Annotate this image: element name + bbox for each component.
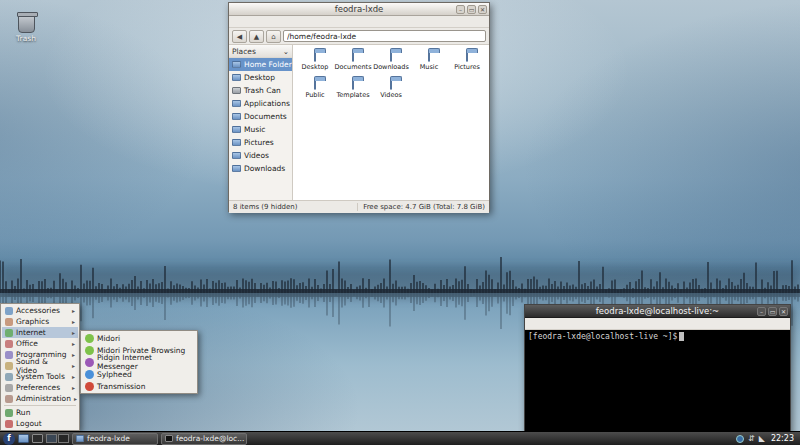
sidebar-place[interactable]: Downloads xyxy=(229,162,292,175)
sidebar-place[interactable]: Documents xyxy=(229,110,292,123)
submenu-arrow-icon: ▸ xyxy=(72,384,75,391)
folder[interactable]: Documents xyxy=(334,52,372,71)
sidebar-place[interactable]: Desktop xyxy=(229,71,292,84)
file-manager-toolbar: ◀ ▲ ⌂ xyxy=(229,28,489,45)
place-folder-icon xyxy=(232,74,241,81)
terminal-screen[interactable]: [feodra-lxde@localhost-live ~]$ xyxy=(525,330,790,439)
file-manager-window: feodra-lxde – ▭ ✕ ◀ ▲ ⌂ Places ⌄ Home Fo… xyxy=(228,2,490,212)
folder[interactable]: Music xyxy=(410,52,448,71)
workspace-1[interactable] xyxy=(46,434,57,443)
place-folder-icon xyxy=(232,87,241,94)
task-button[interactable]: feodra-lxde@loc... xyxy=(161,433,247,445)
folder[interactable]: Desktop xyxy=(296,52,334,71)
back-icon[interactable]: ◀ xyxy=(232,30,247,43)
submenu-arrow-icon: ▸ xyxy=(72,340,75,347)
app-menu-item[interactable]: Graphics ▸ xyxy=(2,316,78,327)
terminal-titlebar[interactable]: feodra-lxde@localhost-live:~ – ▭ ✕ xyxy=(525,305,790,318)
place-label: Pictures xyxy=(244,138,274,147)
folder-icon xyxy=(314,79,316,90)
close-button[interactable]: ✕ xyxy=(478,5,487,14)
trash-label: Trash xyxy=(6,34,46,43)
clock[interactable]: 22:23 xyxy=(771,434,794,443)
category-icon xyxy=(5,395,13,403)
maximize-button[interactable]: ▭ xyxy=(467,5,476,14)
up-icon[interactable]: ▲ xyxy=(249,30,264,43)
home-icon[interactable]: ⌂ xyxy=(266,30,281,43)
category-label: Administration xyxy=(16,394,71,403)
menu-separator xyxy=(4,405,76,406)
app-menu-item[interactable]: Logout ▸ xyxy=(2,418,78,429)
task-list: feodra-lxde feodra-lxde@loc... xyxy=(72,433,247,445)
app-menu-item[interactable]: Sound & Video ▸ xyxy=(2,360,78,371)
volume-icon[interactable]: ◣ xyxy=(759,434,765,443)
app-menu-item[interactable]: Run ▸ xyxy=(2,407,78,418)
terminal-menubar xyxy=(525,318,790,330)
category-label: Accessories xyxy=(16,306,60,315)
task-label: feodra-lxde@loc... xyxy=(176,434,244,443)
folder[interactable]: Public xyxy=(296,80,334,99)
place-folder-icon xyxy=(232,126,241,133)
folder-label: Music xyxy=(410,63,448,71)
places-selector[interactable]: Places ⌄ xyxy=(229,45,292,58)
place-folder-icon xyxy=(232,100,241,107)
treeline xyxy=(0,253,800,293)
app-menu-item[interactable]: Internet ▸ xyxy=(2,327,78,338)
app-label: Transmission xyxy=(97,382,145,391)
place-folder-icon xyxy=(232,113,241,120)
task-button[interactable]: feodra-lxde xyxy=(72,433,158,445)
show-desktop-icon[interactable] xyxy=(32,434,43,443)
folder[interactable]: Templates xyxy=(334,80,372,99)
start-menu-button[interactable]: f xyxy=(3,433,15,445)
submenu-item[interactable]: Midori xyxy=(82,332,196,344)
submenu-arrow-icon: ▸ xyxy=(72,318,75,325)
sidebar-place[interactable]: Home Folder xyxy=(229,58,292,71)
task-icon xyxy=(76,435,84,442)
submenu-item[interactable]: Transmission xyxy=(82,380,196,392)
workspace-2[interactable] xyxy=(58,434,69,443)
folder-label: Pictures xyxy=(448,63,486,71)
sidebar-place[interactable]: Trash Can xyxy=(229,84,292,97)
sidebar-place[interactable]: Music xyxy=(229,123,292,136)
maximize-button[interactable]: ▭ xyxy=(768,307,777,316)
category-icon xyxy=(5,409,13,417)
desktop-trash-icon[interactable]: Trash xyxy=(6,14,46,43)
shell-prompt: [feodra-lxde@localhost-live ~]$ xyxy=(528,332,677,341)
close-button[interactable]: ✕ xyxy=(779,307,788,316)
sidebar-place[interactable]: Videos xyxy=(229,149,292,162)
folder-label: Public xyxy=(296,91,334,99)
free-space: Free space: 4.7 GiB (Total: 7.8 GiB) xyxy=(357,203,485,211)
app-label: Sylpheed xyxy=(97,370,132,379)
minimize-button[interactable]: – xyxy=(456,5,465,14)
location-bar[interactable] xyxy=(283,30,486,42)
app-menu-item[interactable]: Administration ▸ xyxy=(2,393,78,404)
minimize-button[interactable]: – xyxy=(757,307,766,316)
folder-grid: Desktop Documents Downloads Music Pictur… xyxy=(293,45,489,200)
chevron-down-icon: ⌄ xyxy=(283,47,289,56)
updates-icon[interactable] xyxy=(736,435,744,443)
folder[interactable]: Downloads xyxy=(372,52,410,71)
sidebar-place[interactable]: Applications xyxy=(229,97,292,110)
application-menu: Accessories ▸ Graphics ▸ Internet ▸ Offi… xyxy=(0,303,80,431)
submenu-item[interactable]: Pidgin Internet Messenger xyxy=(82,356,196,368)
folder[interactable]: Pictures xyxy=(448,52,486,71)
file-manager-titlebar[interactable]: feodra-lxde – ▭ ✕ xyxy=(229,3,489,16)
app-menu-item[interactable]: Preferences ▸ xyxy=(2,382,78,393)
place-label: Documents xyxy=(244,112,287,121)
sidebar-place[interactable]: Pictures xyxy=(229,136,292,149)
category-label: Run xyxy=(16,408,30,417)
file-manager-menubar xyxy=(229,16,489,28)
place-label: Home Folder xyxy=(244,60,292,69)
workspace-pager xyxy=(46,434,69,443)
internet-submenu: Midori Midori Private Browsing Pidgin In… xyxy=(80,330,198,394)
folder[interactable]: Videos xyxy=(372,80,410,99)
app-menu-item[interactable]: Office ▸ xyxy=(2,338,78,349)
folder-icon xyxy=(352,79,354,90)
category-label: Internet xyxy=(16,328,46,337)
app-icon xyxy=(85,382,94,391)
network-icon[interactable]: ⇵ xyxy=(748,434,755,443)
taskbar: f feodra-lxde feodra-lxde@loc... ⇵ ◣ 22:… xyxy=(0,431,800,445)
file-manager-launcher-icon[interactable] xyxy=(18,434,29,443)
app-label: Midori xyxy=(97,334,120,343)
places-sidebar: Places ⌄ Home Folder Desktop Trash Can xyxy=(229,45,293,200)
app-menu-item[interactable]: Accessories ▸ xyxy=(2,305,78,316)
